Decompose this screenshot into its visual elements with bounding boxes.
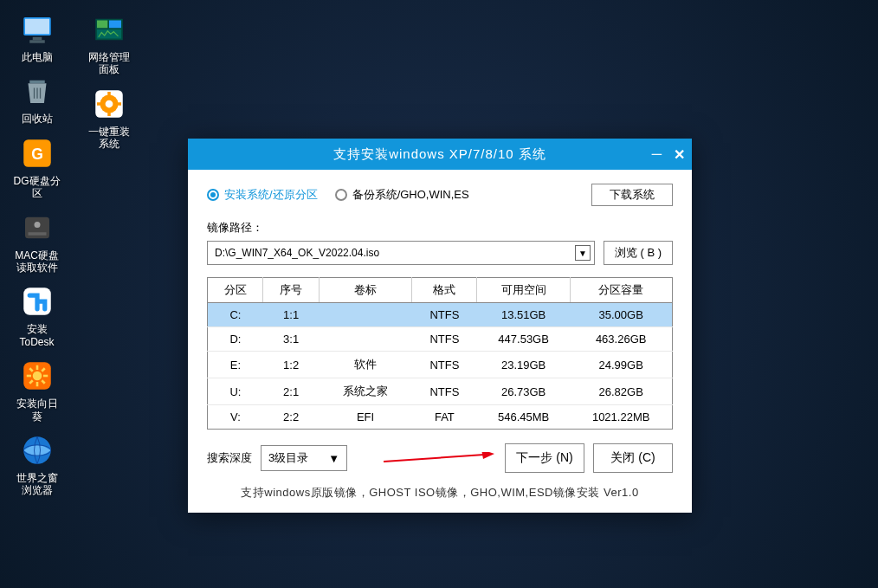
desktop-icon-pc[interactable]: 此电脑 (9, 9, 65, 66)
svg-rect-30 (107, 92, 111, 96)
table-cell: 546.45MB (477, 405, 570, 430)
chevron-down-icon: ▼ (328, 452, 339, 465)
table-header[interactable]: 序号 (263, 278, 319, 303)
icon-label: 一键重装系统 (83, 126, 134, 151)
table-cell: NTFS (412, 378, 477, 405)
table-cell: D: (208, 327, 263, 352)
table-cell (319, 327, 411, 352)
table-cell: 1021.22MB (570, 405, 672, 430)
table-header[interactable]: 可用空间 (477, 278, 570, 303)
table-cell: 26.73GB (477, 378, 570, 405)
table-cell: NTFS (412, 303, 477, 327)
table-cell: 1:2 (263, 352, 319, 378)
svg-rect-32 (97, 102, 101, 106)
table-cell: FAT (412, 405, 477, 430)
desktop-icon-dg[interactable]: GDG硬盘分区 (9, 132, 65, 203)
image-path-input[interactable]: D:\G_WIN7_X64_OK_V2022.04.iso ▼ (207, 241, 595, 265)
icon-label: 网络管理面板 (83, 51, 134, 76)
table-row[interactable]: C:1:1NTFS13.51GB35.00GB (208, 303, 673, 327)
minimize-button[interactable]: ─ (652, 146, 662, 162)
installer-window: 支持安装windows XP/7/8/10 系统 ─ ✕ 安装系统/还原分区 备… (188, 139, 692, 513)
close-button[interactable]: 关闭 (C) (593, 443, 673, 473)
table-row[interactable]: E:1:2软件NTFS23.19GB24.99GB (208, 352, 673, 378)
svg-rect-33 (116, 102, 120, 106)
table-cell: 2:2 (263, 405, 319, 430)
radio-selected-icon (207, 189, 219, 201)
dg-icon: G (19, 135, 55, 171)
table-cell: NTFS (412, 352, 477, 378)
desktop-icon-todesk[interactable]: 安装ToDesk (9, 281, 65, 351)
annotation-arrow-icon (382, 452, 494, 464)
todesk-icon (19, 283, 55, 320)
svg-rect-25 (109, 21, 121, 29)
table-row[interactable]: V:2:2EFIFAT546.45MB1021.22MB (208, 405, 673, 430)
image-path-label: 镜像路径： (207, 220, 673, 236)
window-title: 支持安装windows XP/7/8/10 系统 (333, 146, 546, 163)
bin-icon (19, 73, 55, 109)
table-row[interactable]: U:2:1系统之家NTFS26.73GB26.82GB (208, 378, 673, 405)
icon-label: 此电脑 (22, 51, 53, 63)
icon-label: DG硬盘分区 (11, 175, 62, 200)
svg-rect-31 (107, 112, 111, 116)
table-cell: NTFS (412, 327, 477, 352)
table-cell: V: (208, 405, 263, 430)
table-cell: 软件 (319, 352, 411, 378)
desktop-icon-browser[interactable]: 世界之窗浏览器 (9, 430, 65, 500)
table-cell: 2:1 (263, 378, 319, 405)
table-cell: 13.51GB (477, 303, 570, 327)
table-header[interactable]: 分区容量 (570, 278, 672, 303)
svg-rect-1 (25, 19, 49, 35)
svg-point-12 (32, 372, 42, 381)
table-cell (319, 303, 411, 327)
svg-line-34 (384, 455, 484, 462)
sunflower-icon (19, 358, 55, 394)
table-row[interactable]: D:3:1NTFS447.53GB463.26GB (208, 327, 673, 352)
svg-text:G: G (31, 145, 43, 163)
icon-label: MAC硬盘读取软件 (11, 249, 62, 275)
desktop-icon-mac[interactable]: MAC硬盘读取软件 (9, 207, 65, 277)
svg-rect-9 (28, 232, 46, 236)
close-window-button[interactable]: ✕ (674, 146, 685, 163)
svg-point-29 (105, 100, 113, 107)
table-cell: 35.00GB (570, 303, 672, 327)
browse-button[interactable]: 浏览 ( B ) (604, 241, 673, 265)
desktop-icon-reinstall[interactable]: 一键重装系统 (81, 83, 137, 153)
table-cell: 1:1 (263, 303, 319, 327)
desktop-icon-netpanel[interactable]: 网络管理面板 (81, 9, 137, 79)
svg-rect-3 (29, 40, 45, 43)
radio-label: 安装系统/还原分区 (224, 187, 318, 203)
table-cell: 3:1 (263, 327, 319, 352)
table-cell: 463.26GB (570, 327, 672, 352)
desktop-icon-sunflower[interactable]: 安装向日葵 (9, 355, 65, 425)
search-depth-select[interactable]: 3级目录 ▼ (261, 445, 347, 471)
svg-rect-2 (32, 37, 42, 41)
partition-table: 分区序号卷标格式可用空间分区容量 C:1:1NTFS13.51GB35.00GB… (207, 277, 673, 430)
table-header[interactable]: 分区 (208, 278, 263, 303)
desktop-icon-bin[interactable]: 回收站 (9, 70, 65, 127)
table-cell: 23.19GB (477, 352, 570, 378)
titlebar[interactable]: 支持安装windows XP/7/8/10 系统 ─ ✕ (188, 139, 692, 170)
table-header[interactable]: 格式 (412, 278, 477, 303)
table-cell: 447.53GB (477, 327, 570, 352)
pc-icon (19, 11, 55, 48)
radio-label: 备份系统/GHO,WIN,ES (352, 187, 469, 203)
path-dropdown-icon[interactable]: ▼ (575, 245, 591, 261)
download-system-button[interactable]: 下载系统 (591, 184, 673, 206)
icon-label: 安装向日葵 (11, 397, 62, 423)
mac-icon (19, 210, 55, 246)
svg-point-8 (34, 222, 40, 228)
svg-rect-24 (97, 21, 107, 29)
table-header[interactable]: 卷标 (319, 278, 411, 303)
radio-install-restore[interactable]: 安装系统/还原分区 (207, 187, 318, 203)
svg-marker-35 (481, 452, 494, 459)
table-cell: EFI (319, 405, 411, 430)
table-cell: 24.99GB (570, 352, 672, 378)
icon-label: 回收站 (22, 113, 53, 125)
reinstall-icon (91, 86, 127, 122)
path-text: D:\G_WIN7_X64_OK_V2022.04.iso (215, 247, 379, 259)
svg-rect-4 (29, 81, 45, 84)
search-depth-label: 搜索深度 (207, 450, 252, 466)
desktop-icons-area: 此电脑回收站GDG硬盘分区MAC硬盘读取软件安装ToDesk安装向日葵世界之窗浏… (0, 0, 145, 508)
next-button[interactable]: 下一步 (N) (505, 443, 584, 473)
radio-backup[interactable]: 备份系统/GHO,WIN,ES (335, 187, 469, 203)
